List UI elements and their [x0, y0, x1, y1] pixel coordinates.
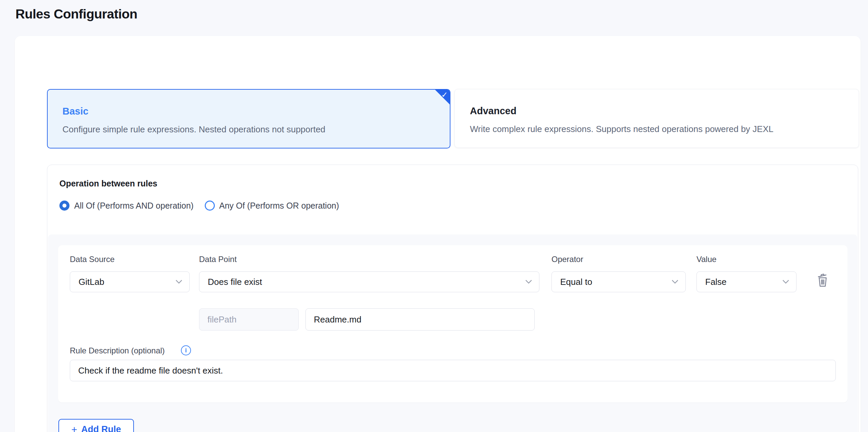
radio-all-of[interactable] — [59, 201, 69, 211]
info-icon[interactable]: i — [181, 345, 191, 355]
add-rule-button[interactable]: + Add Rule — [58, 419, 134, 432]
radio-any-of-label[interactable]: Any Of (Performs OR operation) — [219, 201, 339, 211]
advanced-card-description: Write complex rule expressions. Supports… — [470, 124, 773, 134]
rule-row: Data Source Data Point Operator Value Gi… — [58, 245, 847, 402]
data-source-label: Data Source — [70, 255, 115, 264]
basic-card-title: Basic — [62, 106, 88, 117]
mode-card-advanced[interactable]: Advanced Write complex rule expressions.… — [455, 89, 859, 148]
param-value-input[interactable] — [305, 308, 535, 330]
operator-select[interactable]: Equal to — [552, 271, 686, 292]
radio-any-of[interactable] — [205, 201, 215, 211]
chevron-down-icon — [176, 277, 182, 284]
data-point-selected-value: Does file exist — [208, 277, 262, 287]
radio-all-of-label[interactable]: All Of (Performs AND operation) — [74, 201, 194, 211]
operator-label: Operator — [552, 255, 583, 264]
trash-icon — [817, 273, 829, 288]
chevron-down-icon — [672, 277, 678, 284]
check-icon: ✓ — [441, 90, 448, 99]
advanced-card-title: Advanced — [470, 106, 517, 116]
rules-configuration-panel: ✓ Basic Configure simple rule expression… — [15, 36, 861, 432]
data-source-select[interactable]: GitLab — [70, 271, 190, 292]
chevron-down-icon — [782, 277, 789, 284]
rules-section: Operation between rules All Of (Performs… — [47, 165, 858, 432]
add-rule-button-label: Add Rule — [81, 424, 121, 432]
operator-selected-value: Equal to — [560, 277, 592, 287]
data-point-select[interactable]: Does file exist — [199, 271, 539, 292]
mode-card-basic[interactable]: ✓ Basic Configure simple rule expression… — [47, 89, 451, 148]
operation-between-rules-label: Operation between rules — [59, 179, 157, 189]
value-select[interactable]: False — [696, 271, 797, 292]
plus-icon: + — [71, 425, 77, 432]
value-selected-value: False — [705, 277, 727, 287]
chevron-down-icon — [525, 277, 532, 284]
value-label: Value — [696, 255, 717, 264]
basic-card-description: Configure simple rule expressions. Neste… — [62, 124, 325, 135]
delete-rule-button[interactable] — [814, 270, 831, 290]
data-source-selected-value: GitLab — [79, 277, 104, 287]
rule-description-label: Rule Description (optional) — [70, 346, 165, 355]
rule-description-input[interactable] — [70, 360, 836, 381]
data-point-label: Data Point — [199, 255, 237, 264]
param-name-field — [199, 308, 299, 330]
page-title: Rules Configuration — [16, 7, 137, 22]
